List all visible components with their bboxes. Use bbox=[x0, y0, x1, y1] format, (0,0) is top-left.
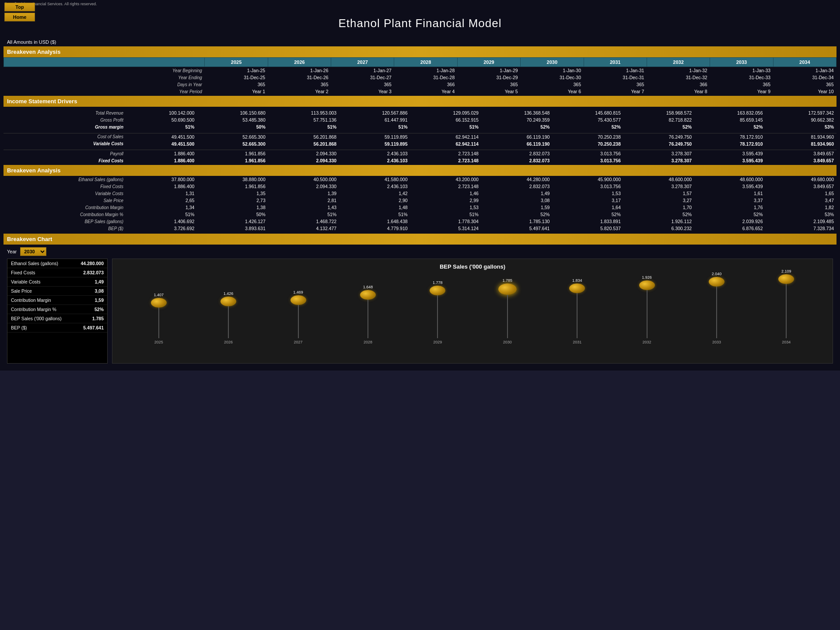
cell-year-1: 1.961.856 bbox=[197, 150, 268, 158]
income-table: Total Revenue100.142.000106.150.680113.9… bbox=[4, 107, 836, 164]
list-item: 1.469 2027 bbox=[267, 290, 329, 344]
stat-label: Sale Price bbox=[7, 287, 73, 296]
cell-year-6: 45.900.000 bbox=[552, 176, 623, 183]
cell-year-2: 51% bbox=[268, 211, 339, 218]
year-dropdown[interactable]: 2025202620272028 2029203020312032 203320… bbox=[20, 247, 46, 256]
cell-year-7: 31-Dec-32 bbox=[647, 74, 710, 81]
cell-year-9: 90.662.382 bbox=[766, 116, 836, 123]
cell-year-8: 85.659.145 bbox=[694, 116, 765, 123]
cell-year-9: 3.849.657 bbox=[766, 150, 836, 158]
cell-year-3: 41.580.000 bbox=[339, 176, 410, 183]
stats-table: Ethanol Sales (gallons) 44.280.000 Fixed… bbox=[7, 259, 107, 332]
cell-year-9: 1,82 bbox=[766, 204, 836, 211]
cell-year-6: 1-Jan-31 bbox=[584, 67, 647, 74]
cell-year-7: 1,57 bbox=[623, 190, 694, 197]
cell-year-1: 1.426.127 bbox=[197, 218, 268, 225]
cell-year-2: 1-Jan-27 bbox=[331, 67, 394, 74]
stat-label: Variable Costs bbox=[7, 277, 73, 287]
cell-year-6: 1,64 bbox=[552, 204, 623, 211]
cell-year-7: 3.278.307 bbox=[623, 150, 694, 158]
row-label: Total Revenue bbox=[4, 109, 126, 116]
cell-year-5: 3,08 bbox=[481, 197, 552, 204]
cell-year-1: 2,73 bbox=[197, 197, 268, 204]
cell-year-0: 1,34 bbox=[126, 204, 197, 211]
cell-year-3: 2.436.103 bbox=[339, 150, 410, 158]
cell-year-9: 3.849.657 bbox=[766, 157, 836, 164]
table-row: Variable Costs49.451.50052.665.30056.201… bbox=[4, 140, 836, 147]
cell-year-7: 3.278.307 bbox=[623, 183, 694, 190]
table-row: Year Beginning1-Jan-251-Jan-261-Jan-271-… bbox=[4, 67, 836, 74]
top-button[interactable]: Top bbox=[4, 3, 35, 11]
list-item: 1.778 2029 bbox=[407, 280, 469, 344]
table-row: Gross Profit50.690.50053.485.38057.751.1… bbox=[4, 116, 836, 123]
cell-year-8: 2.039.926 bbox=[694, 218, 765, 225]
cell-year-7: 366 bbox=[647, 81, 710, 88]
cell-year-3: 1,48 bbox=[339, 204, 410, 211]
cell-year-6: 70.250.238 bbox=[552, 133, 623, 140]
cell-year-6: 52% bbox=[552, 123, 623, 130]
cell-year-8: 6.876.652 bbox=[694, 225, 765, 232]
cell-year-8: 78.172.910 bbox=[694, 133, 765, 140]
cell-year-4: 2.723.148 bbox=[410, 150, 481, 158]
cell-year-7: 1,70 bbox=[623, 204, 694, 211]
row-label: Variable Costs bbox=[4, 140, 126, 147]
cell-year-7: 3,27 bbox=[623, 197, 694, 204]
cell-year-4: 51% bbox=[410, 123, 481, 130]
cell-year-9: 81.934.960 bbox=[766, 133, 836, 140]
home-button[interactable]: Home bbox=[4, 13, 35, 21]
cell-year-4: 31-Dec-29 bbox=[457, 74, 520, 81]
cell-year-3: 31-Dec-28 bbox=[394, 74, 457, 81]
bar-label: 2025 bbox=[154, 340, 163, 344]
cell-year-4: 62.942.114 bbox=[410, 140, 481, 147]
cell-year-0: 365 bbox=[205, 81, 268, 88]
row-label: Gross margin bbox=[4, 123, 126, 130]
stat-value: 3,08 bbox=[73, 287, 107, 296]
cell-year-5: 1.785.130 bbox=[481, 218, 552, 225]
bar-chart-container: BEP Sales ('000 gallons) 1.407 2025 1.42… bbox=[112, 259, 833, 364]
table-row: Variable Costs1,311,351,391,421,461,491,… bbox=[4, 190, 836, 197]
list-item: Ethanol Sales (gallons) 44.280.000 bbox=[7, 259, 107, 268]
bar-stem bbox=[507, 295, 508, 338]
main-content: All Amounts in USD ($) Breakeven Analysi… bbox=[0, 37, 840, 371]
cell-year-8: 3.595.439 bbox=[694, 150, 765, 158]
stat-value: 1.785 bbox=[73, 314, 107, 323]
cell-year-8: 1,76 bbox=[694, 204, 765, 211]
nav-buttons: Top Home bbox=[4, 3, 35, 21]
cell-year-4: 365 bbox=[457, 81, 520, 88]
bar-circle bbox=[151, 298, 167, 308]
bar-circle bbox=[569, 284, 585, 293]
cell-year-0: 2,65 bbox=[126, 197, 197, 204]
cell-year-3: 1,42 bbox=[339, 190, 410, 197]
cell-year-7: 3.278.307 bbox=[623, 157, 694, 164]
row-label: BEP Sales (gallons) bbox=[4, 218, 126, 225]
col-header-2026: 2026 bbox=[268, 58, 331, 67]
cell-year-9: 49.680.000 bbox=[766, 176, 836, 183]
cell-year-1: 1,35 bbox=[197, 190, 268, 197]
cell-year-1: 365 bbox=[268, 81, 331, 88]
section-header-income: Income Statement Drivers bbox=[4, 96, 836, 107]
breakeven-table: Ethanol Sales (gallons)37.800.00038.880.… bbox=[4, 176, 836, 232]
cell-year-7: 1-Jan-32 bbox=[647, 67, 710, 74]
col-header-2030: 2030 bbox=[521, 58, 584, 67]
cell-year-9: 1,65 bbox=[766, 190, 836, 197]
cell-year-9: 7.328.734 bbox=[766, 225, 836, 232]
row-label: Days in Year bbox=[4, 81, 205, 88]
cell-year-5: 2.832.073 bbox=[481, 183, 552, 190]
cell-year-5: 1-Jan-30 bbox=[521, 67, 584, 74]
list-item: Contribution Margin % 52% bbox=[7, 305, 107, 314]
cell-year-4: 66.152.915 bbox=[410, 116, 481, 123]
table-row: Fixed Costs1.886.4001.961.8562.094.3302.… bbox=[4, 183, 836, 190]
main-table: 2025 2026 2027 2028 2029 2030 2031 2032 … bbox=[4, 57, 836, 95]
list-item: 1.407 2025 bbox=[128, 293, 189, 344]
cell-year-8: 78.172.910 bbox=[694, 140, 765, 147]
cell-year-0: 49.451.500 bbox=[126, 133, 197, 140]
cell-year-1: 53.485.380 bbox=[197, 116, 268, 123]
cell-year-6: 3.013.756 bbox=[552, 157, 623, 164]
list-item: BEP ($) 5.497.641 bbox=[7, 323, 107, 332]
cell-year-5: 2.832.073 bbox=[481, 157, 552, 164]
bar-circle bbox=[430, 286, 445, 295]
stat-value: 2.832.073 bbox=[73, 268, 107, 277]
cell-year-9: 3,47 bbox=[766, 197, 836, 204]
cell-year-1: 106.150.680 bbox=[197, 109, 268, 116]
cell-year-0: 1.886.400 bbox=[126, 150, 197, 158]
